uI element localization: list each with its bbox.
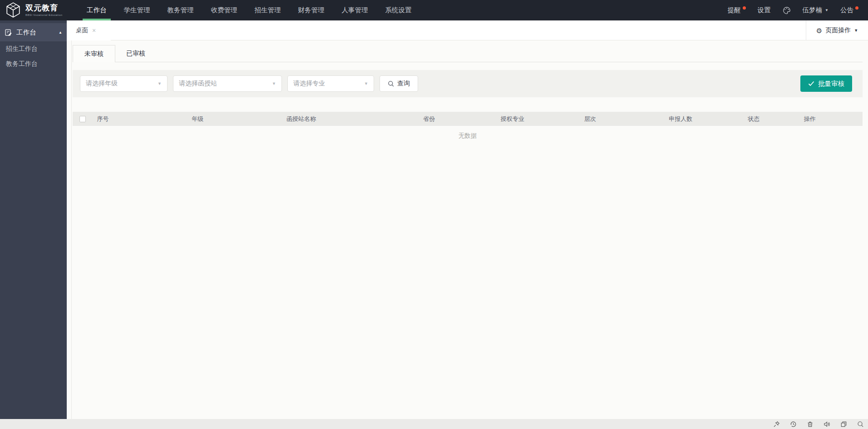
batch-audit-label: 批量审核 — [818, 80, 844, 88]
menu-item-hr[interactable]: 人事管理 — [333, 0, 377, 20]
menu-item-students[interactable]: 学生管理 — [115, 0, 159, 20]
username-label: 伍梦楠 — [803, 6, 823, 15]
search-icon — [388, 80, 395, 87]
menu-item-settings[interactable]: 系统设置 — [377, 0, 420, 20]
settings-button[interactable]: 设置 — [752, 0, 777, 20]
grade-select[interactable]: 请选择年级 ▼ — [80, 75, 168, 92]
history-icon[interactable] — [790, 421, 797, 428]
palette-icon — [783, 6, 791, 15]
sidebar: 工作台 ▲ 招生工作台 教务工作台 — [0, 20, 67, 419]
station-select[interactable]: 请选择函授站 ▼ — [173, 75, 282, 92]
sidebar-group-workbench[interactable]: 工作台 ▲ — [0, 23, 67, 41]
sidebar-group-label: 工作台 — [16, 28, 59, 37]
column-station-name: 函授站名称 — [282, 115, 419, 123]
column-grade: 年级 — [187, 115, 282, 123]
chevron-up-icon: ▲ — [59, 30, 62, 35]
major-select[interactable]: 请选择专业 ▼ — [287, 75, 374, 92]
brand-title: 双元教育 — [25, 4, 62, 13]
main-menu: 工作台 学生管理 教务管理 收费管理 招生管理 财务管理 人事管理 系统设置 — [78, 0, 420, 20]
filter-toolbar: 请选择年级 ▼ 请选择函授站 ▼ 请选择专业 ▼ 查询 — [73, 70, 863, 97]
announcement-label: 公告 — [840, 6, 853, 15]
logo-icon — [5, 2, 22, 19]
content-area: 未审核 已审核 请选择年级 ▼ 请选择函授站 ▼ 请选择专业 ▼ — [67, 40, 868, 419]
announcement-button[interactable]: 公告 — [834, 0, 864, 20]
bottom-taskbar — [0, 419, 868, 429]
settings-label: 设置 — [758, 6, 771, 15]
close-icon[interactable]: × — [92, 27, 96, 34]
tab-unaudited[interactable]: 未审核 — [73, 45, 115, 62]
column-authorized-major: 授权专业 — [496, 115, 580, 123]
chevron-down-icon: ▼ — [854, 28, 858, 33]
volume-icon[interactable] — [824, 421, 830, 428]
chevron-down-icon: ▼ — [154, 81, 162, 86]
batch-audit-button[interactable]: 批量审核 — [800, 75, 852, 92]
main-area: 桌面 × ⚙ 页面操作 ▼ 未审核 已审核 请选择年级 ▼ 请选择函授站 ▼ — [67, 20, 868, 419]
brand-subtitle: BBSI Vocational Education — [25, 14, 62, 17]
menu-item-fees[interactable]: 收费管理 — [202, 0, 246, 20]
menu-item-enrollment[interactable]: 招生管理 — [246, 0, 290, 20]
sidebar-item-academic-workbench[interactable]: 教务工作台 — [0, 56, 67, 71]
navbar-right: 提醒 设置 伍梦楠 ▼ 公告 — [722, 0, 868, 20]
table-empty-state: 无数据 — [73, 126, 863, 146]
column-status: 状态 — [743, 115, 799, 123]
app-logo: 双元教育 BBSI Vocational Education — [0, 0, 78, 20]
column-seq: 序号 — [93, 115, 187, 123]
page-actions-label: 页面操作 — [825, 26, 851, 35]
station-select-placeholder: 请选择函授站 — [179, 80, 217, 88]
content-card: 未审核 已审核 请选择年级 ▼ 请选择函授站 ▼ 请选择专业 ▼ — [71, 40, 868, 419]
column-level: 层次 — [580, 115, 664, 123]
notice-button[interactable]: 提醒 — [722, 0, 752, 20]
workbench-icon — [5, 29, 12, 36]
table-header: 序号 年级 函授站名称 省份 授权专业 层次 申报人数 状态 操作 — [73, 112, 863, 126]
audit-tabs: 未审核 已审核 — [73, 45, 863, 62]
chevron-down-icon: ▼ — [825, 8, 829, 12]
theme-button[interactable] — [777, 0, 797, 20]
search-button[interactable]: 查询 — [380, 75, 418, 92]
notice-label: 提醒 — [728, 6, 741, 15]
tab-audited[interactable]: 已审核 — [115, 45, 156, 62]
top-navbar: 双元教育 BBSI Vocational Education 工作台 学生管理 … — [0, 0, 868, 20]
menu-item-workbench[interactable]: 工作台 — [78, 0, 115, 20]
column-operation: 操作 — [799, 115, 863, 123]
grade-select-placeholder: 请选择年级 — [86, 80, 118, 88]
zoom-icon[interactable] — [857, 421, 864, 428]
tab-bar: 桌面 × ⚙ 页面操作 ▼ — [67, 20, 868, 40]
sidebar-item-enrollment-workbench[interactable]: 招生工作台 — [0, 41, 67, 56]
pin-icon[interactable] — [773, 421, 780, 428]
menu-item-academic[interactable]: 教务管理 — [159, 0, 202, 20]
tab-desktop-label: 桌面 — [76, 26, 88, 35]
gear-icon: ⚙ — [816, 27, 822, 34]
check-icon — [808, 81, 814, 86]
notification-dot — [743, 6, 746, 10]
search-button-label: 查询 — [397, 80, 410, 88]
page-actions-dropdown[interactable]: ⚙ 页面操作 ▼ — [806, 20, 868, 40]
announcement-dot — [855, 6, 858, 10]
select-all-checkbox[interactable] — [79, 116, 86, 122]
table-header-cell — [73, 116, 93, 122]
user-menu[interactable]: 伍梦楠 ▼ — [797, 0, 834, 20]
chevron-down-icon: ▼ — [360, 81, 368, 86]
window-restore-icon[interactable] — [840, 421, 847, 428]
tab-desktop[interactable]: 桌面 × — [67, 20, 111, 40]
column-applicant-count: 申报人数 — [664, 115, 743, 123]
chevron-down-icon: ▼ — [268, 81, 276, 86]
trash-icon[interactable] — [807, 421, 814, 428]
column-province: 省份 — [419, 115, 496, 123]
menu-item-finance[interactable]: 财务管理 — [290, 0, 333, 20]
major-select-placeholder: 请选择专业 — [293, 80, 325, 88]
